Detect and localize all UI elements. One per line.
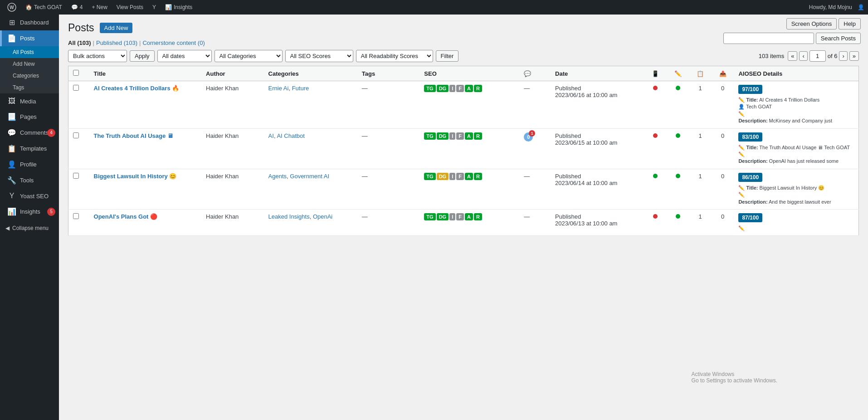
author-name-3[interactable]: Haider Khan — [206, 173, 239, 180]
author-name-2[interactable]: Haider Khan — [206, 132, 239, 139]
add-new-button[interactable]: Add New — [100, 23, 133, 33]
seo-filter-select[interactable]: All SEO Scores — [285, 50, 353, 62]
sidebar-item-yoast[interactable]: Y Yoast SEO — [0, 188, 59, 204]
prev-page-button[interactable]: ‹ — [799, 51, 807, 61]
next-page-button[interactable]: › — [839, 51, 847, 61]
select-all-checkbox[interactable] — [73, 70, 79, 76]
seo-badge-dg-4[interactable]: DG — [437, 213, 449, 220]
apply-button[interactable]: Apply — [130, 50, 155, 62]
post-title-link-2[interactable]: The Truth About AI Usage 🖥 — [94, 132, 173, 139]
help-button[interactable]: Help — [839, 18, 861, 29]
sidebar-item-templates[interactable]: 📋 Templates — [0, 141, 59, 156]
insights-link[interactable]: 📊 Insights — [161, 0, 196, 15]
seo-badge-r-3[interactable]: R — [474, 173, 482, 180]
author-name-1[interactable]: Haider Khan — [206, 85, 239, 92]
site-name[interactable]: 🏠 Tech GOAT — [22, 0, 66, 15]
tab-published-link[interactable]: Published (103) — [96, 39, 137, 46]
search-posts-button[interactable]: Search Posts — [816, 33, 861, 44]
category-link-1b[interactable]: Future — [292, 85, 309, 92]
seo-badge-i-1[interactable]: I — [449, 85, 455, 92]
submenu-item-tags[interactable]: Tags — [0, 82, 59, 93]
new-button[interactable]: + New — [88, 0, 111, 15]
tab-cornerstone[interactable]: Cornerstone content (0) — [142, 39, 205, 46]
category-link-4a[interactable]: Leaked Insights — [268, 213, 310, 220]
seo-badge-i-3[interactable]: I — [449, 173, 455, 180]
title-header[interactable]: Title — [89, 66, 202, 81]
sidebar-item-profile[interactable]: 👤 Profile — [0, 156, 59, 172]
post-title-link-3[interactable]: Biggest Lawsuit In History 😊 — [94, 173, 177, 180]
seo-badge-tg-3[interactable]: TG — [424, 173, 435, 180]
sidebar-item-posts[interactable]: 📄 Posts — [0, 30, 59, 46]
current-page-input[interactable] — [809, 50, 826, 62]
author-name-4[interactable]: Haider Khan — [206, 213, 239, 220]
date-filter-select[interactable]: All dates — [157, 50, 212, 62]
row-checkbox-4[interactable] — [73, 213, 79, 219]
yoast-icon[interactable]: Y — [149, 0, 160, 15]
tab-all[interactable]: All (103) — [68, 39, 91, 46]
seo-badge-tg-2[interactable]: TG — [424, 132, 435, 140]
comments-link[interactable]: 💬 4 — [68, 0, 87, 15]
seo-badge-f-1[interactable]: F — [456, 85, 464, 92]
filter-button[interactable]: Filter — [436, 50, 459, 62]
sidebar-item-pages[interactable]: 📃 Pages — [0, 109, 59, 125]
seo-badge-a-2[interactable]: A — [465, 132, 473, 140]
collapse-menu-button[interactable]: ◀ Collapse menu — [0, 220, 59, 237]
submenu-item-add-new[interactable]: Add New — [0, 58, 59, 70]
seo-badge-dg-3[interactable]: DG — [437, 173, 449, 180]
date-value-4: 2023/06/13 at 10:00 am — [555, 220, 617, 227]
seo-badge-r-4[interactable]: R — [474, 213, 482, 220]
seo-badge-tg-1[interactable]: TG — [424, 85, 435, 92]
seo-badge-f-2[interactable]: F — [456, 132, 464, 140]
post-title-link-4[interactable]: OpenAI's Plans Got 🔴 — [94, 213, 157, 220]
seo-badge-f-3[interactable]: F — [456, 173, 464, 180]
category-link-3a[interactable]: Agents — [268, 173, 287, 180]
comment-badge-2[interactable]: 0 1 — [524, 132, 533, 142]
tags-header[interactable]: Tags — [357, 66, 420, 81]
seo-badge-dg-1[interactable]: DG — [437, 85, 449, 92]
view-posts-link[interactable]: View Posts — [113, 0, 147, 15]
category-link-4b[interactable]: OpenAi — [313, 213, 332, 220]
seo-badge-i-4[interactable]: I — [449, 213, 455, 220]
seo-badge-dg-2[interactable]: DG — [437, 132, 449, 140]
submenu-item-all-posts[interactable]: All Posts — [0, 46, 59, 58]
seo-badge-r-1[interactable]: R — [474, 85, 482, 92]
row-checkbox-1[interactable] — [73, 85, 79, 91]
submenu-item-categories[interactable]: Categories — [0, 70, 59, 82]
category-link-1a[interactable]: Ernie Ai — [268, 85, 289, 92]
sidebar-item-dashboard[interactable]: ⊞ Dashboard — [0, 15, 59, 30]
sidebar-item-comments[interactable]: 💬 Comments 4 — [0, 125, 59, 141]
seo-badge-i-2[interactable]: I — [449, 132, 455, 140]
pencil-icon-1b: ✏️ — [738, 111, 745, 117]
seo-badge-r-2[interactable]: R — [474, 132, 482, 140]
post-title-link-1[interactable]: AI Creates 4 Trillion Dollars 🔥 — [94, 85, 180, 92]
bulk-actions-select[interactable]: Bulk actions — [68, 50, 127, 62]
tab-cornerstone-link[interactable]: Cornerstone content (0) — [142, 39, 205, 46]
author-header[interactable]: Author — [201, 66, 264, 81]
categories-header[interactable]: Categories — [264, 66, 357, 81]
user-avatar[interactable]: 👤 — [858, 4, 864, 10]
seo-badge-a-4[interactable]: A — [465, 213, 473, 220]
first-page-button[interactable]: « — [788, 51, 797, 61]
tab-all-link[interactable]: All (103) — [68, 39, 91, 46]
sidebar-item-insights[interactable]: 📊 Insights 5 — [0, 204, 59, 220]
readability-filter-select[interactable]: All Readability Scores — [356, 50, 433, 62]
category-link-2a[interactable]: AI — [268, 132, 274, 139]
category-filter-select[interactable]: All Categories — [215, 50, 283, 62]
category-link-3b[interactable]: Government AI — [290, 173, 329, 180]
seo-badge-tg-4[interactable]: TG — [424, 213, 435, 220]
row-checkbox-3[interactable] — [73, 173, 79, 179]
row-checkbox-2[interactable] — [73, 132, 79, 138]
search-input[interactable] — [723, 33, 814, 44]
seo-badge-a-3[interactable]: A — [465, 173, 473, 180]
screen-options-button[interactable]: Screen Options — [786, 18, 837, 29]
sidebar-item-tools[interactable]: 🔧 Tools — [0, 172, 59, 188]
seo-badge-a-1[interactable]: A — [465, 85, 473, 92]
sidebar-item-media[interactable]: 🖼 Media — [0, 93, 59, 109]
last-page-button[interactable]: » — [849, 51, 859, 61]
seo-badge-f-4[interactable]: F — [456, 213, 464, 220]
date-header[interactable]: Date — [551, 66, 644, 81]
wp-logo[interactable]: W — [4, 0, 20, 15]
tab-published[interactable]: Published (103) — [96, 39, 137, 46]
seo-header[interactable]: SEO — [419, 66, 519, 81]
category-link-2b[interactable]: AI Chatbot — [277, 132, 304, 139]
